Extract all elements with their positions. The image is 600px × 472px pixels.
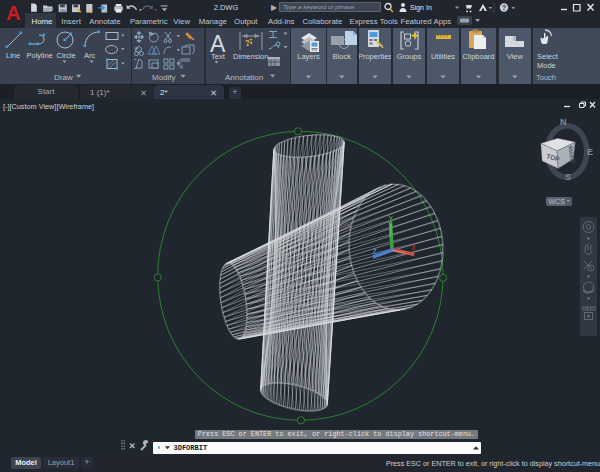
svg-text:Mode: Mode xyxy=(537,61,556,70)
svg-text:Layers: Layers xyxy=(297,52,320,61)
svg-text:Groups: Groups xyxy=(396,52,421,61)
svg-text:?: ? xyxy=(502,3,507,12)
svg-text:E: E xyxy=(587,147,593,157)
svg-text:Y: Y xyxy=(389,215,394,222)
svg-text:Block: Block xyxy=(333,52,352,61)
svg-text:Line: Line xyxy=(6,51,20,60)
svg-text:Annotation: Annotation xyxy=(225,73,263,82)
svg-text:Dimension: Dimension xyxy=(233,52,268,61)
svg-text:Z: Z xyxy=(373,248,377,255)
svg-text:View: View xyxy=(507,52,524,61)
svg-text:Polyline: Polyline xyxy=(27,51,53,60)
svg-text:Circle: Circle xyxy=(57,51,76,60)
svg-text:Draw: Draw xyxy=(54,73,73,82)
svg-text:S: S xyxy=(565,172,571,182)
svg-text:Utilities: Utilities xyxy=(431,52,455,61)
svg-text:N: N xyxy=(560,117,567,127)
svg-text:Properties: Properties xyxy=(359,52,391,61)
svg-text:Arc: Arc xyxy=(84,51,96,60)
svg-text:Sign In: Sign In xyxy=(410,4,432,12)
svg-text:X: X xyxy=(412,244,417,251)
svg-text:Clipboard: Clipboard xyxy=(462,52,494,61)
svg-text:Touch: Touch xyxy=(536,73,556,82)
svg-text:Text: Text xyxy=(211,52,226,61)
svg-text:Modify: Modify xyxy=(152,73,176,82)
svg-text:WCS: WCS xyxy=(549,198,566,205)
